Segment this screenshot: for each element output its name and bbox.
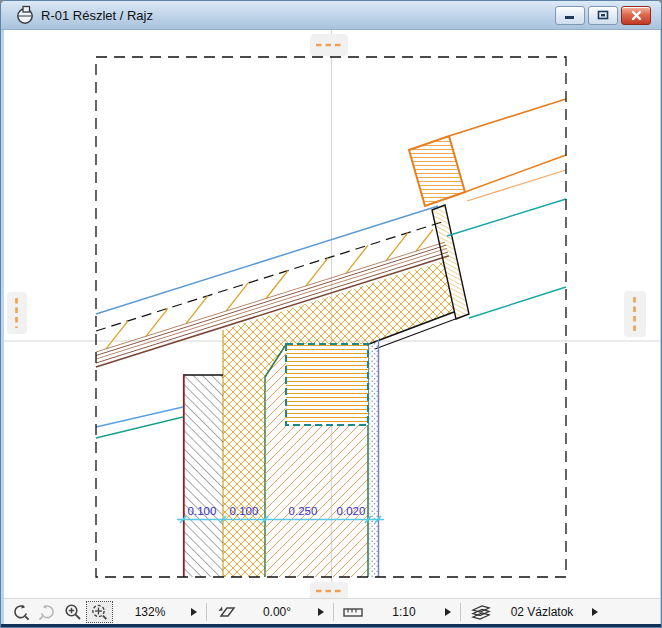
close-icon: [631, 10, 642, 21]
scale-value[interactable]: 1:10: [367, 601, 441, 623]
right-triangle-icon: [445, 608, 451, 616]
separator: [460, 603, 461, 621]
layers-button[interactable]: [466, 601, 496, 623]
zoom-in-icon: [63, 602, 83, 622]
layer-menu-arrow[interactable]: [588, 601, 602, 623]
zoom-forward-button[interactable]: [34, 601, 60, 623]
minimize-icon: [564, 11, 576, 20]
purlin-section[interactable]: [409, 99, 566, 206]
wall-plate-beam[interactable]: [286, 344, 368, 425]
soffit-extension-lines[interactable]: [96, 407, 183, 438]
right-triangle-icon: [318, 608, 324, 616]
detail-marker-icon: [15, 5, 35, 25]
detail-window: R-01 Részlet / Rajz: [0, 0, 662, 628]
purlin-top-edge-line: [449, 99, 566, 136]
zoom-back-button[interactable]: [8, 601, 34, 623]
dimension-label-2[interactable]: 0.100: [230, 505, 259, 517]
rotation-button[interactable]: [212, 601, 240, 623]
fit-in-window-button[interactable]: [86, 601, 113, 623]
zoom-back-icon: [11, 602, 31, 622]
zoom-menu-arrow[interactable]: [187, 601, 201, 623]
rotation-menu-arrow[interactable]: [314, 601, 328, 623]
boundary-handle-top[interactable]: [310, 34, 348, 56]
right-triangle-icon: [592, 608, 598, 616]
rotation-icon: [215, 602, 237, 622]
dimension-label-4[interactable]: 0.020: [337, 505, 366, 517]
scale-ruler-icon: [342, 602, 364, 622]
close-button[interactable]: [621, 6, 651, 25]
zoom-forward-icon: [37, 602, 57, 622]
minimize-button[interactable]: [555, 6, 585, 25]
window-bottom-border: [0, 624, 662, 628]
right-triangle-icon: [191, 608, 197, 616]
boundary-handle-bottom[interactable]: [310, 582, 348, 598]
statusbar: 132% 0.00° 1:10: [4, 598, 660, 624]
detail-drawing-svg: 0.100 0.100 0.250 0.020: [4, 30, 660, 598]
separator: [206, 603, 207, 621]
layer-value[interactable]: 02 Vázlatok: [496, 601, 588, 623]
boundary-handle-right[interactable]: [624, 291, 646, 337]
scale-menu-arrow[interactable]: [441, 601, 455, 623]
titlebar[interactable]: R-01 Részlet / Rajz: [1, 1, 661, 30]
layers-icon: [469, 602, 493, 622]
zoom-value[interactable]: 132%: [113, 601, 187, 623]
hatched-column[interactable]: [183, 375, 223, 577]
boundary-handle-left[interactable]: [7, 292, 27, 334]
window-title: R-01 Részlet / Rajz: [41, 8, 555, 23]
restore-button[interactable]: [588, 6, 618, 25]
zoom-in-button[interactable]: [60, 601, 86, 623]
dimension-label-1[interactable]: 0.100: [188, 505, 217, 517]
separator: [333, 603, 334, 621]
fit-in-window-icon: [89, 602, 110, 622]
drawing-canvas[interactable]: 0.100 0.100 0.250 0.020: [4, 30, 660, 598]
restore-icon: [597, 10, 609, 20]
plaster-strip[interactable]: [370, 340, 379, 577]
scale-button[interactable]: [339, 601, 367, 623]
rotation-value[interactable]: 0.00°: [240, 601, 314, 623]
dimension-label-3[interactable]: 0.250: [289, 505, 318, 517]
